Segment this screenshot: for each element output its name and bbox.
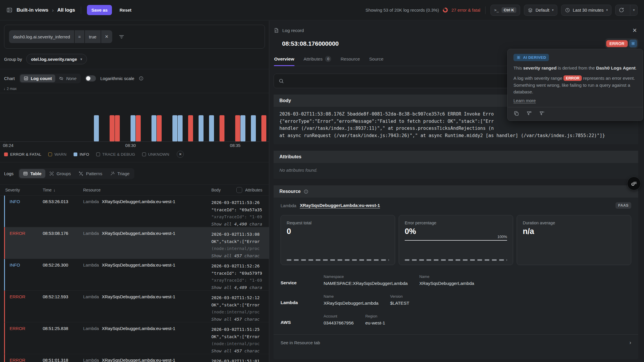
attributes-checkbox[interactable] xyxy=(236,187,242,193)
legend-item-trace-debug[interactable]: TRACE & DEBUG xyxy=(96,152,135,157)
refresh-options-chevron[interactable]: ▾ xyxy=(630,5,637,15)
kv-field-label: Name xyxy=(419,274,474,279)
show-all-link[interactable]: Show all 457 charac xyxy=(211,316,269,322)
copy-icon[interactable] xyxy=(513,111,519,116)
log-table-row[interactable]: ERROR08:52:12.593LambdaXRaySqsDebuggerLa… xyxy=(4,291,269,322)
legend-item-warn[interactable]: WARN xyxy=(48,152,67,157)
view-tab-triage[interactable]: Triage xyxy=(106,169,133,178)
time-range-value: Last 30 minutes xyxy=(573,8,604,13)
breadcrumb-section[interactable]: Built-in views xyxy=(17,7,49,13)
view-tab-patterns[interactable]: Patterns xyxy=(75,169,106,178)
log-table-row[interactable]: INFO08:52:26.300LambdaXRaySqsDebuggerLam… xyxy=(4,259,269,291)
log-table-row[interactable]: ERROR08:53:08.176LambdaXRaySqsDebuggerLa… xyxy=(4,227,269,259)
legend-swatch xyxy=(74,152,77,156)
resource-name-link[interactable]: XRaySqsDebuggerLambda:eu-west-1 xyxy=(300,203,380,208)
resource-type-label: Lambda xyxy=(281,203,296,208)
legend-item-info[interactable]: INFO xyxy=(74,152,89,157)
legend-item-unknown[interactable]: UNKNOWN xyxy=(142,152,170,157)
legend-item-error-fatal[interactable]: ERROR & FATAL xyxy=(4,152,41,157)
filter-operator[interactable]: = xyxy=(75,30,84,43)
column-severity[interactable]: Severity xyxy=(5,188,43,192)
tab-attributes[interactable]: Attributes0 xyxy=(303,56,331,66)
panel-toggle-icon[interactable] xyxy=(6,7,13,13)
group-by-select[interactable]: otel.log.severity.range ▾ xyxy=(26,54,87,64)
chart-bar-info[interactable] xyxy=(199,115,204,141)
filter-lines-icon[interactable] xyxy=(119,34,124,40)
metric-value: 0 xyxy=(287,227,389,236)
chart-bar-error[interactable] xyxy=(188,115,193,141)
column-body[interactable]: Body xyxy=(211,188,236,192)
resource-type: Lambda xyxy=(83,326,99,331)
chart-bar-info[interactable] xyxy=(209,115,214,141)
filter-value[interactable]: true xyxy=(85,30,101,43)
filter-include-icon[interactable] xyxy=(526,111,532,116)
chart-bar-error[interactable] xyxy=(136,115,141,141)
log-table-row[interactable]: ERROR08:51:01.318LambdaXRaySqsDebuggerLa… xyxy=(4,354,269,362)
metric-none-button[interactable]: None xyxy=(55,74,80,82)
view-tab-table[interactable]: Table xyxy=(19,169,45,178)
view-tab-label: Patterns xyxy=(86,171,102,176)
column-resource[interactable]: Resource xyxy=(83,188,211,192)
breadcrumb-page: All logs xyxy=(57,7,75,13)
ai-derived-icon[interactable] xyxy=(629,40,637,47)
chart-bar-info[interactable] xyxy=(178,115,183,141)
cell-severity: ERROR xyxy=(10,294,43,322)
assistant-fab[interactable] xyxy=(627,177,641,190)
log-table-row[interactable]: ERROR08:51:25.838LambdaXRaySqsDebuggerLa… xyxy=(4,322,269,354)
close-icon[interactable]: ✕ xyxy=(631,26,638,35)
filter-input-area[interactable]: dash0.log.ai.severity_inferred = true ✕ xyxy=(4,25,265,49)
error-fatal-link[interactable]: 27 error & fatal xyxy=(452,8,480,13)
cell-severity: INFO xyxy=(10,199,43,227)
chart-bar-error[interactable] xyxy=(157,115,162,141)
layout-select[interactable]: Default ▾ xyxy=(524,5,557,16)
group-by-label: Group by xyxy=(4,57,22,62)
show-all-link[interactable]: Show all 4,490 chara xyxy=(211,221,269,227)
refresh-icon[interactable] xyxy=(616,5,627,15)
column-time-label: Time xyxy=(43,188,52,192)
chart-bar-error[interactable] xyxy=(235,115,240,141)
learn-more-link[interactable]: Learn more xyxy=(513,98,536,103)
show-all-link[interactable]: Show all 4,489 chara xyxy=(211,284,269,291)
cell-time: 08:53:08.176 xyxy=(43,231,83,259)
chart-bar-info[interactable] xyxy=(94,115,99,141)
command-palette-button[interactable]: >_ Ctrl K xyxy=(490,5,520,16)
chart-bar-error[interactable] xyxy=(261,115,266,141)
chart-bar-error[interactable] xyxy=(115,115,120,141)
refresh-split-button[interactable]: ▾ xyxy=(615,5,638,16)
filter-remove-icon[interactable]: ✕ xyxy=(101,30,113,43)
see-in-resource-tab[interactable]: See in Resource tab › xyxy=(274,334,638,350)
error-donut-icon xyxy=(443,8,448,13)
chart-plot[interactable] xyxy=(0,93,269,142)
info-icon[interactable] xyxy=(139,76,144,81)
metric-log-count-button[interactable]: Log count xyxy=(20,74,55,82)
kv-field-label: Namespace xyxy=(324,274,408,279)
show-all-link[interactable]: Show all 457 charac xyxy=(211,347,269,354)
chart-bar-error[interactable] xyxy=(220,115,224,141)
show-all-link[interactable]: Show all 457 charac xyxy=(211,252,269,259)
chart-bar-info[interactable] xyxy=(251,115,256,141)
time-range-select[interactable]: Last 30 minutes ▾ xyxy=(561,5,611,16)
tab-overview[interactable]: Overview xyxy=(274,56,295,66)
column-time[interactable]: Time ↓ xyxy=(43,188,83,192)
sparkline-placeholder xyxy=(405,259,507,261)
tab-resource[interactable]: Resource xyxy=(340,56,360,66)
log-table-row[interactable]: INFO08:53:26.013LambdaXRaySqsDebuggerLam… xyxy=(4,196,269,227)
chart-bar-info[interactable] xyxy=(151,115,156,141)
filter-exclude-icon[interactable] xyxy=(539,111,545,116)
kv-field-value: 034437667956 xyxy=(324,320,354,326)
kv-field: NameXRaySqsDebuggerLambda xyxy=(419,274,474,286)
reset-button[interactable]: Reset xyxy=(118,7,133,13)
chart-bar-info[interactable] xyxy=(131,115,135,141)
cell-severity: ERROR xyxy=(10,358,43,362)
legend-clear-button[interactable]: ✕ xyxy=(177,151,184,158)
save-as-button[interactable]: Save as xyxy=(87,5,112,15)
chart-bar-info[interactable] xyxy=(240,115,245,141)
info-icon[interactable] xyxy=(304,189,308,194)
see-in-resource-label: See in Resource tab xyxy=(281,340,320,345)
logarithmic-scale-toggle[interactable] xyxy=(85,75,96,81)
chart-bar-error[interactable] xyxy=(110,115,115,141)
chart-bar-info[interactable] xyxy=(172,115,177,141)
tab-source[interactable]: Source xyxy=(369,56,384,66)
filter-key[interactable]: dash0.log.ai.severity_inferred xyxy=(9,30,74,43)
view-tab-groups[interactable]: Groups xyxy=(45,169,75,178)
